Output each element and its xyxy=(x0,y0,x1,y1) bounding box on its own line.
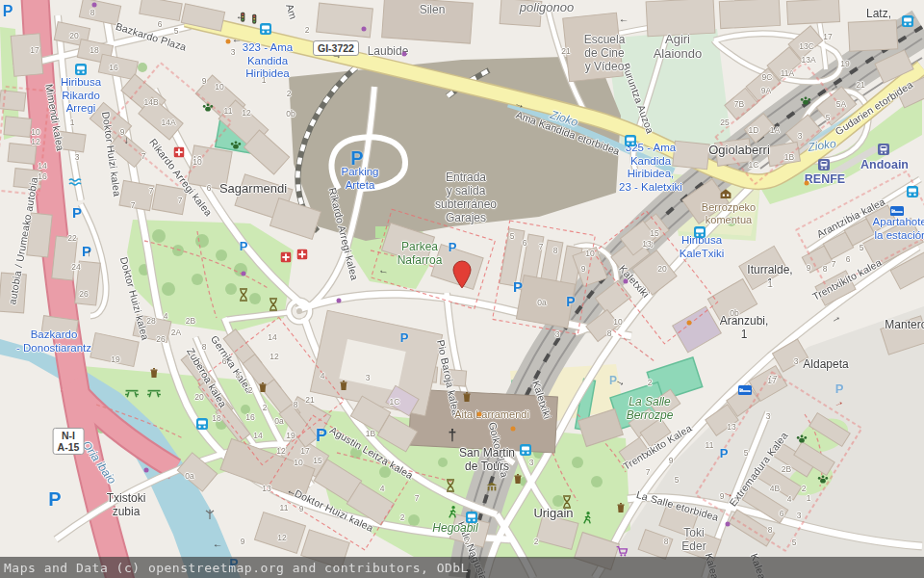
house-number: 16 xyxy=(245,412,254,422)
waves-icon xyxy=(68,177,82,187)
house-number: 6 xyxy=(158,19,163,29)
arrow-icon: → xyxy=(330,48,343,61)
street-label: Doktor Huizi kalea xyxy=(118,256,152,342)
house-number: 1D xyxy=(749,125,759,135)
runner-icon xyxy=(582,512,593,526)
dot-icon xyxy=(477,412,482,417)
house-number: 2 xyxy=(802,484,807,493)
house-number: 10 xyxy=(31,127,39,137)
dot-icon xyxy=(402,52,407,57)
p-icon: P xyxy=(350,148,363,168)
dot-icon xyxy=(624,279,629,284)
house-number: 8 xyxy=(294,400,298,409)
traffic-icon xyxy=(251,14,257,27)
house-number: 4 xyxy=(321,371,325,381)
house-number: 14 xyxy=(268,332,276,342)
bin-icon xyxy=(616,502,626,513)
house-number: 16 xyxy=(38,171,46,181)
runner-icon xyxy=(448,506,458,520)
house-number: 10 xyxy=(215,82,223,92)
bus-icon xyxy=(196,418,208,430)
place-label: Hiribusa Rikardo Arregi xyxy=(61,76,101,116)
p-icon: P xyxy=(240,240,248,252)
dot-icon xyxy=(362,27,367,32)
place-label: Zioko xyxy=(807,137,836,154)
dot-icon xyxy=(805,181,809,186)
place-label: Parking Arteta xyxy=(342,166,379,192)
p-icon: P xyxy=(48,489,61,509)
bus-icon xyxy=(902,15,913,27)
place-label: Parkea Nafarroa xyxy=(398,240,443,267)
house-number: 1 xyxy=(768,279,773,289)
p-icon: P xyxy=(513,279,523,294)
house-number: 7 xyxy=(539,242,544,251)
house-number: 18 xyxy=(212,413,220,423)
house-number: 2 xyxy=(400,512,405,522)
house-number: 7 xyxy=(141,151,146,161)
house-number: 13 xyxy=(727,422,735,432)
house-number: 3 xyxy=(366,373,371,382)
house-number: 8 xyxy=(823,264,828,274)
place-label: Bazkardo - Donostiarantz xyxy=(16,328,91,355)
house-number: 1A xyxy=(770,125,780,135)
arrow-icon: → xyxy=(832,396,846,410)
bus-icon xyxy=(466,512,477,523)
house-number: 2B xyxy=(782,464,791,474)
house-number: 10 xyxy=(585,249,594,258)
place-label: San Martin de Tours xyxy=(459,446,515,473)
place-label: Apartahotel la estación xyxy=(873,216,924,242)
dot-icon xyxy=(511,427,516,432)
house-number: 24 xyxy=(71,262,80,272)
street-label: Trentxikito Kalea xyxy=(621,422,694,472)
map-viewport[interactable]: Bazkardo PlazaMimendi kaleaDoktor Huizi … xyxy=(0,0,924,578)
street-label: autobia / Urumeako autobia xyxy=(6,176,39,305)
bus-icon xyxy=(75,64,87,75)
street-label: Pio Baroja kalea xyxy=(435,339,463,417)
place-label: Entrada y salida subterráneo Garajes xyxy=(435,171,497,225)
house-number: 9C xyxy=(762,72,773,82)
house-number: 13C xyxy=(799,41,814,51)
street-label: Buruntza Auzoa xyxy=(620,62,656,136)
house-number: 0a xyxy=(185,471,193,481)
place-label: Andoain xyxy=(860,158,909,172)
house-number: 1B xyxy=(366,429,375,438)
house-number: 9 xyxy=(581,264,586,274)
place-label: Silen xyxy=(420,3,446,16)
street-label: Rikardo Arregi kalea xyxy=(326,187,361,282)
house-number: 12 xyxy=(270,352,278,361)
house-number: 4 xyxy=(787,494,792,504)
house-number: 26 xyxy=(79,289,88,299)
house-number: 25 xyxy=(720,118,729,127)
house-number: 17 xyxy=(823,32,832,41)
dot-icon xyxy=(337,299,342,303)
house-number: 11 xyxy=(224,106,233,116)
house-number: 20 xyxy=(657,264,666,274)
house-number: 13 xyxy=(642,239,651,249)
place-label: Manterola xyxy=(885,318,924,331)
house-number: 28 xyxy=(146,316,155,326)
dot-icon xyxy=(92,3,97,8)
house-number: 5 xyxy=(675,475,680,485)
house-number: 2 xyxy=(305,25,310,35)
train-icon xyxy=(818,159,830,171)
house-number: 9 xyxy=(241,537,245,546)
house-number: 4 xyxy=(164,311,168,321)
house-number: 8 xyxy=(202,342,207,352)
house-number: 6 xyxy=(780,509,784,518)
bus-icon xyxy=(907,186,918,197)
dot-icon xyxy=(144,468,149,473)
dot-icon xyxy=(226,39,231,44)
house-number: 2 xyxy=(648,378,653,387)
map-marker-pin[interactable] xyxy=(451,260,473,289)
attribution-text: Maps and Data (c) openstreetmap.org and … xyxy=(0,561,469,575)
house-number: 8 xyxy=(664,537,669,546)
arrow-icon: → xyxy=(235,13,246,25)
house-number: 6 xyxy=(207,183,212,193)
arrow-icon: → xyxy=(82,248,92,258)
place-label: 325 - Ama Kandida Hiribidea, 23 - Kaletx… xyxy=(619,142,682,194)
bus-icon xyxy=(625,135,636,146)
bin-icon xyxy=(149,367,159,379)
house-number: 12 xyxy=(277,533,286,542)
place-label: Hiribusa KaleTxiki xyxy=(680,234,725,260)
paw-icon xyxy=(202,101,215,114)
